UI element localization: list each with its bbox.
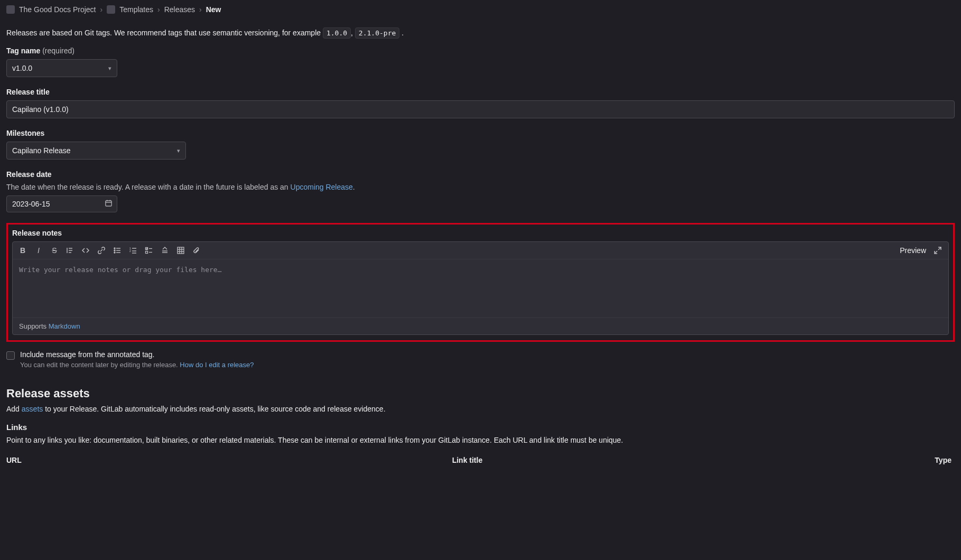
field-milestones: Milestones Capilano Release ▾ (6, 129, 955, 160)
release-notes-editor: B I S 12 (12, 241, 949, 335)
release-notes-textarea[interactable]: Write your release notes or drag your fi… (13, 259, 948, 318)
include-tag-label: Include message from the annotated tag. (20, 350, 254, 359)
field-release-date: Release date The date when the release i… (6, 170, 955, 212)
breadcrumb: The Good Docs Project › Templates › Rele… (6, 0, 955, 21)
links-heading: Links (6, 423, 955, 432)
include-tag-checkbox[interactable] (6, 351, 15, 360)
col-type: Type (898, 456, 955, 464)
tag-name-value: v1.0.0 (12, 64, 32, 72)
svg-point-8 (114, 248, 115, 249)
assets-link[interactable]: assets (22, 405, 43, 413)
code-icon[interactable] (81, 246, 91, 255)
milestones-value: Capilano Release (12, 146, 71, 155)
svg-rect-0 (106, 201, 111, 206)
release-assets-heading: Release assets (6, 387, 955, 400)
markdown-link[interactable]: Markdown (49, 322, 80, 330)
editor-toolbar: B I S 12 (13, 242, 948, 259)
field-release-title: Release title (6, 88, 955, 118)
field-tag-name: Tag name (required) v1.0.0 ▾ (6, 46, 955, 77)
intro-code-2: 2.1.0-pre (355, 27, 399, 39)
links-intro: Point to any links you like: documentati… (6, 436, 955, 444)
italic-icon[interactable]: I (34, 246, 43, 255)
project-icon (6, 5, 15, 14)
col-url: URL (6, 456, 452, 464)
tag-name-select[interactable]: v1.0.0 ▾ (6, 59, 117, 77)
include-tag-row: Include message from the annotated tag. … (6, 350, 955, 369)
release-title-input[interactable] (6, 100, 955, 118)
svg-point-10 (114, 252, 115, 253)
release-date-helper: The date when the release is ready. A re… (6, 183, 955, 191)
chevron-down-icon: ▾ (177, 147, 180, 154)
breadcrumb-group[interactable]: Templates (119, 5, 153, 14)
intro-code-1: 1.0.0 (323, 27, 351, 39)
upcoming-release-link[interactable]: Upcoming Release (291, 183, 353, 191)
calendar-icon[interactable] (105, 199, 113, 209)
table-icon[interactable] (176, 246, 186, 255)
breadcrumb-current: New (206, 5, 221, 14)
bullet-list-icon[interactable] (113, 246, 123, 255)
release-date-input[interactable] (12, 200, 105, 208)
attachment-icon[interactable] (192, 246, 202, 255)
include-tag-sub: You can edit the content later by editin… (20, 361, 254, 369)
svg-point-9 (114, 250, 115, 251)
breadcrumb-section[interactable]: Releases (164, 5, 195, 14)
breadcrumb-sep: › (157, 5, 160, 14)
release-date-input-wrap[interactable] (6, 195, 117, 212)
link-icon[interactable] (97, 246, 107, 255)
release-notes-label: Release notes (12, 229, 949, 237)
tag-name-label: Tag name (required) (6, 46, 955, 55)
breadcrumb-project[interactable]: The Good Docs Project (19, 5, 96, 14)
links-columns-header: URL Link title Type (6, 456, 955, 464)
intro-text: Releases are based on Git tags. We recom… (6, 29, 955, 37)
how-edit-release-link[interactable]: How do I edit a release? (180, 361, 254, 369)
preview-button[interactable]: Preview (900, 246, 926, 255)
bold-icon[interactable]: B (18, 246, 27, 255)
release-assets-intro: Add assets to your Release. GitLab autom… (6, 405, 955, 413)
release-date-label: Release date (6, 170, 955, 179)
release-notes-highlight: Release notes B I S 12 (6, 223, 955, 342)
collapse-icon[interactable] (161, 246, 170, 255)
numbered-list-icon[interactable]: 12 (129, 246, 138, 255)
group-icon (107, 5, 115, 14)
col-link-title: Link title (452, 456, 898, 464)
svg-rect-25 (178, 247, 184, 254)
milestones-select[interactable]: Capilano Release ▾ (6, 142, 186, 160)
editor-footer: Supports Markdown (13, 318, 948, 334)
svg-rect-21 (146, 251, 148, 254)
milestones-label: Milestones (6, 129, 955, 137)
chevron-down-icon: ▾ (108, 65, 111, 72)
breadcrumb-sep: › (100, 5, 103, 14)
svg-text:2: 2 (129, 249, 131, 253)
quote-icon[interactable] (66, 246, 75, 255)
breadcrumb-sep: › (199, 5, 202, 14)
fullscreen-icon[interactable] (934, 246, 943, 255)
release-title-label: Release title (6, 88, 955, 96)
strikethrough-icon[interactable]: S (50, 246, 59, 255)
task-list-icon[interactable] (145, 246, 154, 255)
